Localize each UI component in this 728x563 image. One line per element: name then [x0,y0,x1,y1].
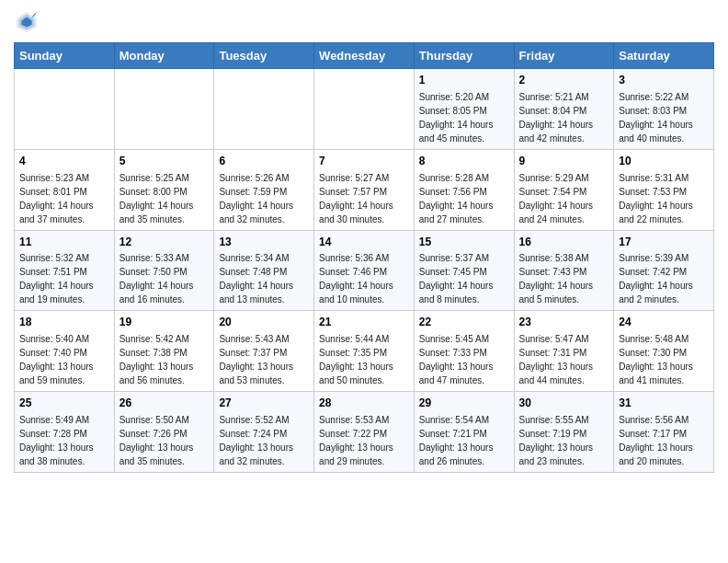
day-info: Sunrise: 5:28 AMSunset: 7:56 PMDaylight:… [419,171,509,226]
calendar-cell-1-5: 1Sunrise: 5:20 AMSunset: 8:05 PMDaylight… [414,69,514,150]
calendar-cell-2-5: 8Sunrise: 5:28 AMSunset: 7:56 PMDaylight… [414,149,514,230]
calendar-table: SundayMondayTuesdayWednesdayThursdayFrid… [14,42,714,473]
day-info: Sunrise: 5:22 AMSunset: 8:03 PMDaylight:… [619,90,709,145]
week-row-4: 18Sunrise: 5:40 AMSunset: 7:40 PMDayligh… [15,311,714,392]
day-number: 27 [219,396,309,411]
weekday-header-monday: Monday [114,43,214,69]
calendar-cell-3-3: 13Sunrise: 5:34 AMSunset: 7:48 PMDayligh… [214,230,314,311]
calendar-cell-5-5: 29Sunrise: 5:54 AMSunset: 7:21 PMDayligh… [414,392,514,473]
day-info: Sunrise: 5:32 AMSunset: 7:51 PMDaylight:… [19,251,109,306]
calendar-cell-5-1: 25Sunrise: 5:49 AMSunset: 7:28 PMDayligh… [15,392,115,473]
week-row-2: 4Sunrise: 5:23 AMSunset: 8:01 PMDaylight… [15,149,714,230]
calendar-cell-4-1: 18Sunrise: 5:40 AMSunset: 7:40 PMDayligh… [15,311,115,392]
day-info: Sunrise: 5:21 AMSunset: 8:04 PMDaylight:… [519,90,609,145]
day-number: 20 [219,315,309,330]
day-info: Sunrise: 5:47 AMSunset: 7:31 PMDaylight:… [519,332,609,387]
day-info: Sunrise: 5:33 AMSunset: 7:50 PMDaylight:… [119,251,210,306]
day-number: 17 [619,235,709,250]
day-number: 22 [419,315,509,330]
day-info: Sunrise: 5:53 AMSunset: 7:22 PMDaylight:… [319,413,409,468]
day-number: 19 [119,315,210,330]
day-number: 18 [19,315,109,330]
day-number: 2 [519,73,609,88]
week-row-1: 1Sunrise: 5:20 AMSunset: 8:05 PMDaylight… [15,69,714,150]
header [14,9,714,35]
calendar-cell-3-6: 16Sunrise: 5:38 AMSunset: 7:43 PMDayligh… [514,230,614,311]
day-info: Sunrise: 5:48 AMSunset: 7:30 PMDaylight:… [619,332,709,387]
calendar-cell-2-3: 6Sunrise: 5:26 AMSunset: 7:59 PMDaylight… [214,149,314,230]
day-info: Sunrise: 5:52 AMSunset: 7:24 PMDaylight:… [219,413,309,468]
calendar-cell-4-7: 24Sunrise: 5:48 AMSunset: 7:30 PMDayligh… [614,311,714,392]
day-number: 11 [19,235,109,250]
day-info: Sunrise: 5:37 AMSunset: 7:45 PMDaylight:… [419,251,509,306]
day-info: Sunrise: 5:31 AMSunset: 7:53 PMDaylight:… [619,171,709,226]
calendar-cell-3-2: 12Sunrise: 5:33 AMSunset: 7:50 PMDayligh… [114,230,214,311]
day-number: 12 [119,235,210,250]
day-number: 14 [319,235,409,250]
day-number: 13 [219,235,309,250]
logo-icon [14,9,40,35]
day-info: Sunrise: 5:56 AMSunset: 7:17 PMDaylight:… [619,413,709,468]
calendar-cell-4-2: 19Sunrise: 5:42 AMSunset: 7:38 PMDayligh… [114,311,214,392]
calendar-cell-1-3 [214,69,314,150]
day-info: Sunrise: 5:36 AMSunset: 7:46 PMDaylight:… [319,251,409,306]
day-number: 9 [519,154,609,169]
week-row-5: 25Sunrise: 5:49 AMSunset: 7:28 PMDayligh… [15,392,714,473]
weekday-header-row: SundayMondayTuesdayWednesdayThursdayFrid… [15,43,714,69]
day-number: 6 [219,154,309,169]
page: SundayMondayTuesdayWednesdayThursdayFrid… [0,0,728,487]
day-info: Sunrise: 5:44 AMSunset: 7:35 PMDaylight:… [319,332,409,387]
calendar-cell-5-3: 27Sunrise: 5:52 AMSunset: 7:24 PMDayligh… [214,392,314,473]
day-info: Sunrise: 5:42 AMSunset: 7:38 PMDaylight:… [119,332,210,387]
weekday-header-saturday: Saturday [614,43,714,69]
weekday-header-tuesday: Tuesday [214,43,314,69]
day-info: Sunrise: 5:20 AMSunset: 8:05 PMDaylight:… [419,90,509,145]
calendar-cell-4-4: 21Sunrise: 5:44 AMSunset: 7:35 PMDayligh… [314,311,415,392]
calendar-cell-1-2 [114,69,214,150]
calendar-cell-5-6: 30Sunrise: 5:55 AMSunset: 7:19 PMDayligh… [514,392,614,473]
weekday-header-wednesday: Wednesday [314,43,415,69]
weekday-header-sunday: Sunday [15,43,115,69]
day-number: 15 [419,235,509,250]
day-info: Sunrise: 5:43 AMSunset: 7:37 PMDaylight:… [219,332,309,387]
day-info: Sunrise: 5:34 AMSunset: 7:48 PMDaylight:… [219,251,309,306]
calendar-cell-1-1 [15,69,115,150]
day-number: 21 [319,315,409,330]
day-number: 29 [419,396,509,411]
day-number: 23 [519,315,609,330]
logo [14,9,43,35]
calendar-cell-4-6: 23Sunrise: 5:47 AMSunset: 7:31 PMDayligh… [514,311,614,392]
day-number: 1 [419,73,509,88]
calendar-cell-2-7: 10Sunrise: 5:31 AMSunset: 7:53 PMDayligh… [614,149,714,230]
calendar-cell-2-4: 7Sunrise: 5:27 AMSunset: 7:57 PMDaylight… [314,149,415,230]
calendar-cell-2-6: 9Sunrise: 5:29 AMSunset: 7:54 PMDaylight… [514,149,614,230]
calendar-cell-4-5: 22Sunrise: 5:45 AMSunset: 7:33 PMDayligh… [414,311,514,392]
day-number: 30 [519,396,609,411]
day-number: 4 [19,154,109,169]
day-number: 28 [319,396,409,411]
day-number: 10 [619,154,709,169]
calendar-cell-1-4 [314,69,415,150]
weekday-header-friday: Friday [514,43,614,69]
day-info: Sunrise: 5:26 AMSunset: 7:59 PMDaylight:… [219,171,309,226]
day-number: 31 [619,396,709,411]
day-info: Sunrise: 5:38 AMSunset: 7:43 PMDaylight:… [519,251,609,306]
day-info: Sunrise: 5:49 AMSunset: 7:28 PMDaylight:… [19,413,109,468]
day-number: 5 [119,154,210,169]
calendar-cell-5-7: 31Sunrise: 5:56 AMSunset: 7:17 PMDayligh… [614,392,714,473]
day-info: Sunrise: 5:55 AMSunset: 7:19 PMDaylight:… [519,413,609,468]
day-number: 24 [619,315,709,330]
calendar-cell-1-7: 3Sunrise: 5:22 AMSunset: 8:03 PMDaylight… [614,69,714,150]
day-number: 26 [119,396,210,411]
day-number: 3 [619,73,709,88]
day-info: Sunrise: 5:23 AMSunset: 8:01 PMDaylight:… [19,171,109,226]
calendar-cell-3-4: 14Sunrise: 5:36 AMSunset: 7:46 PMDayligh… [314,230,415,311]
calendar-cell-5-2: 26Sunrise: 5:50 AMSunset: 7:26 PMDayligh… [114,392,214,473]
calendar-cell-5-4: 28Sunrise: 5:53 AMSunset: 7:22 PMDayligh… [314,392,415,473]
calendar-cell-2-1: 4Sunrise: 5:23 AMSunset: 8:01 PMDaylight… [15,149,115,230]
day-number: 16 [519,235,609,250]
day-info: Sunrise: 5:27 AMSunset: 7:57 PMDaylight:… [319,171,409,226]
calendar-cell-3-5: 15Sunrise: 5:37 AMSunset: 7:45 PMDayligh… [414,230,514,311]
day-info: Sunrise: 5:29 AMSunset: 7:54 PMDaylight:… [519,171,609,226]
day-info: Sunrise: 5:25 AMSunset: 8:00 PMDaylight:… [119,171,210,226]
